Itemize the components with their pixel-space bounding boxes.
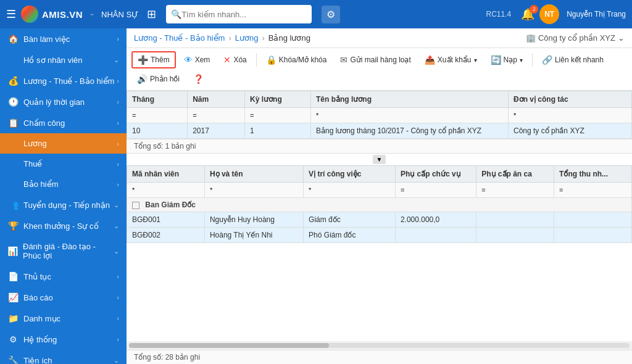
toolbar-divider2 [532, 53, 533, 67]
nap-button[interactable]: 🔄 Nạp ▾ [485, 52, 528, 68]
catalog-icon: 📁 [7, 313, 19, 323]
breadcrumb: Lương - Thuế - Bảo hiểm › Lương › Bảng l… [127, 28, 632, 48]
khoa-button[interactable]: 🔒 Khóa/Mở khóa [260, 52, 333, 68]
search-input[interactable] [181, 10, 307, 19]
col-ho-ten: Họ và tên [204, 166, 303, 183]
cell-phucapac-bgd002 [476, 228, 554, 243]
phan-hoi-button[interactable]: 🔊 Phản hồi [131, 71, 185, 87]
cell-ma-bgd001: BGĐ001 [127, 212, 205, 228]
sidebar-label: Bàn làm việc [23, 35, 70, 44]
upper-table-container: Tháng Năm Kỳ lương Tên bảng lương Đơn vị… [127, 91, 632, 139]
export-button[interactable]: 📤 Xuất khẩu ▾ [419, 52, 483, 68]
chevron-down-icon: ⌄ [114, 357, 119, 365]
sidebar-item-tuyen-dung[interactable]: 👥 Tuyển dụng - Tiếp nhận ⌄ [0, 194, 127, 215]
sidebar-item-thue[interactable]: Thuế › [0, 154, 127, 174]
lower-table: Mã nhân viên Họ và tên Vị trí công việc … [127, 165, 632, 243]
cell-don-vi: Công ty cổ phần XYZ [509, 123, 632, 139]
breadcrumb-luong-thue[interactable]: Lương - Thuế - Bảo hiểm [134, 33, 225, 43]
filter-ky-luong[interactable] [250, 112, 306, 119]
filter-tong[interactable] [559, 186, 626, 194]
app-version: RC11.4 [486, 10, 511, 19]
upper-table-row[interactable]: 10 2017 1 Bảng lương tháng 10/2017 - Côn… [127, 123, 632, 139]
filter-don-vi[interactable] [514, 112, 626, 119]
sidebar-item-quan-ly-thoi-gian[interactable]: 🕐 Quản lý thời gian › [0, 91, 127, 112]
money-icon: 💰 [7, 76, 19, 86]
them-button[interactable]: ➕ Thêm [131, 51, 176, 68]
filter-ho-ten[interactable] [210, 186, 298, 194]
settings-icon[interactable]: ⚙ [322, 6, 340, 23]
expand-row: ▼ [127, 154, 632, 165]
sidebar-item-bao-hiem[interactable]: Bảo hiểm › [0, 174, 127, 194]
utility-icon: 🔧 [7, 355, 19, 364]
sidebar-label: Chấm công [23, 118, 65, 128]
horizontal-scrollbar[interactable] [127, 341, 632, 350]
app-logo: AMIS.VN [21, 6, 83, 23]
lower-table-row-bgd001[interactable]: BGĐ001 Nguyễn Huy Hoàng Giám đốc 2.000.0… [127, 212, 632, 228]
lower-table-section: Mã nhân viên Họ và tên Vị trí công việc … [127, 165, 632, 364]
sidebar-label: Thuế [23, 159, 42, 168]
them-label: Thêm [151, 56, 170, 64]
search-bar: 🔍 [166, 5, 312, 23]
sidebar-item-thu-tuc[interactable]: 📄 Thủ tục › [0, 266, 127, 287]
cell-tongthu-bgd001 [554, 212, 632, 228]
sidebar-item-cham-cong[interactable]: 📋 Chấm công › [0, 112, 127, 133]
email-label: Gửi mail hàng loạt [350, 56, 410, 64]
grid-icon[interactable]: ⊞ [147, 7, 156, 21]
filter-vi-tri[interactable] [309, 186, 390, 194]
filter-phu-cap-cv[interactable] [401, 186, 471, 194]
cell-phucapcv-bgd002 [395, 228, 476, 243]
sidebar-item-danh-muc[interactable]: 📁 Danh mục › [0, 308, 127, 329]
col-don-vi: Đơn vị công tác [509, 91, 632, 108]
col-nam: Năm [188, 91, 245, 108]
chevron-down-icon: ⌄ [114, 201, 119, 209]
col-phu-cap-ac: Phụ cấp ăn ca [476, 166, 554, 183]
notification-bell[interactable]: 🔔 2 [521, 7, 534, 21]
sidebar-label: Hệ thống [23, 335, 57, 344]
lien-ket-button[interactable]: 🔗 Liên kết nhanh [536, 52, 609, 68]
sidebar-item-luong-thue-bao-hiem[interactable]: 💰 Lương - Thuế - Bảo hiểm › [0, 70, 127, 91]
chevron-right-icon: › [117, 35, 119, 43]
help-button[interactable]: ❓ [188, 71, 209, 87]
group-checkbox[interactable] [132, 202, 139, 209]
sidebar-item-luong[interactable]: Lương › [0, 133, 127, 154]
lower-table-row-bgd002[interactable]: BGĐ002 Hoàng Thị Yến Nhi Phó Giám đốc [127, 228, 632, 243]
cell-ten-bgd002: Hoàng Thị Yến Nhi [204, 228, 303, 243]
filter-nam[interactable] [193, 112, 239, 119]
report-icon: 📈 [7, 292, 19, 302]
chevron-right-icon: › [117, 119, 119, 126]
lower-header-row: Mã nhân viên Họ và tên Vị trí công việc … [127, 166, 632, 183]
expand-icon[interactable]: ▼ [373, 155, 386, 164]
filter-phu-cap-ac[interactable] [481, 186, 549, 194]
email-icon: ✉ [340, 55, 347, 65]
home-icon: 🏠 [7, 34, 19, 44]
sidebar-item-he-thong[interactable]: ⚙ Hệ thống › [0, 329, 127, 350]
avatar[interactable]: NT [539, 4, 559, 24]
person-icon: 👤 [7, 55, 19, 65]
scrollbar-thumb[interactable] [129, 343, 329, 348]
sidebar-item-bao-cao[interactable]: 📈 Báo cáo › [0, 287, 127, 308]
sidebar-label: Quản lý thời gian [23, 97, 85, 107]
col-thang: Tháng [127, 91, 188, 108]
export-icon: 📤 [425, 55, 435, 65]
cell-phucapac-bgd001 [476, 212, 554, 228]
hamburger-menu[interactable]: ☰ [6, 7, 16, 21]
chevron-right-icon: › [117, 98, 119, 105]
email-button[interactable]: ✉ Gửi mail hàng loạt [335, 52, 416, 68]
breadcrumb-luong[interactable]: Lương [235, 33, 259, 43]
company-selector[interactable]: 🏢 Công ty cổ phần XYZ ⌄ [526, 33, 625, 43]
main-layout: 🏠 Bàn làm việc › 👤 Hồ sơ nhân viên ⌄ 💰 L… [0, 28, 632, 364]
sidebar-item-tien-ich[interactable]: 🔧 Tiện ích ⌄ [0, 350, 127, 364]
sidebar-item-danh-gia[interactable]: 📊 Đánh giá - Đào tạo - Phúc lợi ⌄ [0, 236, 127, 266]
sidebar-item-ban-lam-viec[interactable]: 🏠 Bàn làm việc › [0, 28, 127, 49]
filter-ten[interactable] [316, 112, 503, 119]
sidebar-label: Thủ tục [23, 272, 51, 281]
filter-ma-nv[interactable] [132, 186, 199, 194]
chevron-right-icon: › [117, 181, 119, 188]
sidebar-item-khen-thuong[interactable]: 🏆 Khen thưởng - Sự cố ⌄ [0, 215, 127, 236]
sidebar-item-ho-so-nhan-vien[interactable]: 👤 Hồ sơ nhân viên ⌄ [0, 49, 127, 70]
sidebar-label: Tiện ích [23, 356, 52, 365]
filter-thang[interactable] [132, 112, 182, 119]
xem-button[interactable]: 👁 Xem [178, 52, 216, 68]
sidebar-label: Báo cáo [23, 293, 53, 302]
xoa-button[interactable]: ✕ Xóa [218, 52, 252, 68]
